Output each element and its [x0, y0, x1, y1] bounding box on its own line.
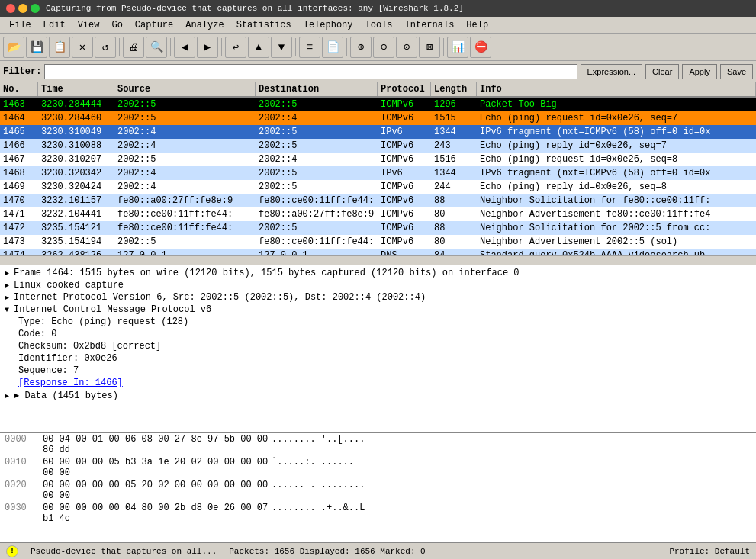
- menu-item-tools[interactable]: Tools: [359, 18, 399, 32]
- toolbar-btn-print[interactable]: 🖨: [123, 37, 144, 58]
- packet-cell-no: 1463: [0, 98, 38, 111]
- toolbar-btn-next[interactable]: ▶: [197, 37, 218, 58]
- hex-pane: 000000 04 00 01 00 06 08 00 27 8e 97 5b …: [0, 433, 756, 542]
- toolbar-btn-prev[interactable]: ◀: [174, 37, 195, 58]
- hex-row: 003000 00 00 00 00 04 80 00 2b d8 0e 26 …: [0, 502, 756, 525]
- detail-data-row[interactable]: ▶ Data (1451 bytes): [0, 389, 756, 402]
- table-row[interactable]: 14643230.2844602002::52002::4ICMPv61515E…: [0, 111, 756, 125]
- toolbar-btn-scroll-down[interactable]: ▼: [271, 37, 292, 58]
- packet-cell-src: 2002::4: [114, 139, 256, 153]
- table-row[interactable]: 14663230.3100882002::42002::5ICMPv6243Ec…: [0, 139, 756, 153]
- toolbar-btn-zoom-in[interactable]: ⊕: [350, 37, 372, 58]
- expression-button[interactable]: Expression...: [581, 64, 643, 79]
- toolbar-btn-go-back[interactable]: ↩: [225, 37, 246, 58]
- toolbar-btn-find[interactable]: 🔍: [146, 37, 167, 58]
- packet-cell-time: 3232.104441: [38, 207, 114, 221]
- toolbar-btn-restart-capture[interactable]: ↺: [95, 37, 116, 58]
- packet-cell-no: 1471: [0, 207, 38, 221]
- toolbar-btn-normal-size[interactable]: ⊙: [396, 37, 417, 58]
- packet-cell-proto: IPv6: [378, 125, 431, 139]
- packet-list-header: No. Time Source Destination Protocol Len…: [0, 82, 756, 98]
- menu-item-statistics[interactable]: Statistics: [230, 18, 298, 32]
- toolbar-btn-resize-cols[interactable]: ⊠: [419, 37, 440, 58]
- packet-cell-info: Standard query 0x524b AAAA videosearch.u…: [477, 249, 756, 255]
- hex-row: 000000 04 00 01 00 06 08 00 27 8e 97 5b …: [0, 433, 756, 456]
- table-row[interactable]: 14733235.1541942002::5fe80::ce00:11ff:fe…: [0, 235, 756, 249]
- hex-row: 001060 00 00 00 05 b3 3a 1e 20 02 00 00 …: [0, 456, 756, 479]
- toolbar-btn-coloring-rules[interactable]: 📄: [322, 37, 343, 58]
- hex-offset: 0020: [5, 480, 43, 501]
- toolbar-separator: [170, 38, 171, 56]
- minimize-button[interactable]: [18, 4, 27, 13]
- menu-item-help[interactable]: Help: [460, 18, 494, 32]
- hex-bytes: 00 00 00 00 00 04 80 00 2b d8 0e 26 00 0…: [43, 503, 272, 524]
- table-row[interactable]: 14703232.101157fe80::a00:27ff:fe8e:9fe80…: [0, 194, 756, 207]
- table-row[interactable]: 14723235.154121fe80::ce00:11ff:fe44:2002…: [0, 221, 756, 235]
- toolbar-separator: [119, 38, 120, 56]
- detail-normal-row: Code: 0: [0, 328, 756, 340]
- packet-cell-src: 2002::4: [114, 166, 256, 180]
- toolbar-btn-close-file[interactable]: 📋: [49, 37, 70, 58]
- menu-item-internals[interactable]: Internals: [399, 18, 461, 32]
- packet-cell-no: 1464: [0, 111, 38, 125]
- packet-cell-no: 1474: [0, 249, 38, 255]
- toolbar-btn-capture-interfaces[interactable]: 📊: [447, 37, 468, 58]
- maximize-button[interactable]: [31, 4, 40, 13]
- status-device: Pseudo-device that captures on all...: [31, 547, 217, 556]
- menu-item-analyze[interactable]: Analyze: [179, 18, 230, 32]
- menu-item-telephony[interactable]: Telephony: [298, 18, 359, 32]
- packet-cell-proto: ICMPv6: [378, 153, 431, 166]
- table-row[interactable]: 14673230.3102072002::52002::4ICMPv61516E…: [0, 153, 756, 166]
- toolbar-separator: [443, 38, 444, 56]
- menu-item-go[interactable]: Go: [105, 18, 128, 32]
- detail-expandable-row[interactable]: Internet Protocol Version 6, Src: 2002::…: [0, 291, 756, 304]
- filter-input[interactable]: [44, 64, 577, 79]
- detail-expandable-row[interactable]: Linux cooked capture: [0, 279, 756, 291]
- menu-item-view[interactable]: View: [72, 18, 106, 32]
- packet-cell-info: Neighbor Solicitation for 2002::5 from c…: [477, 221, 756, 235]
- col-header-no: No.: [0, 82, 38, 96]
- packet-cell-src: 2002::5: [114, 153, 256, 166]
- status-packets: Packets: 1656 Displayed: 1656 Marked: 0: [229, 547, 425, 556]
- packet-cell-dst: 2002::5: [256, 166, 378, 180]
- packet-cell-proto: ICMPv6: [378, 235, 431, 249]
- toolbar-btn-save[interactable]: 💾: [26, 37, 47, 58]
- packet-cell-info: Neighbor Solicitation for fe80::ce00:11f…: [477, 194, 756, 207]
- table-row[interactable]: 14693230.3204242002::42002::5ICMPv6244Ec…: [0, 180, 756, 194]
- hex-ascii: ...... . ........: [272, 480, 365, 501]
- table-row[interactable]: 14633230.2844442002::52002::5ICMPv61296P…: [0, 98, 756, 111]
- menu-item-edit[interactable]: Edit: [37, 18, 72, 32]
- menu-item-file[interactable]: File: [3, 18, 37, 32]
- detail-expandable-row[interactable]: Frame 1464: 1515 bytes on wire (12120 bi…: [0, 267, 756, 279]
- response-link[interactable]: [Response In: 1466]: [18, 377, 123, 388]
- save-button[interactable]: Save: [720, 64, 753, 79]
- packet-cell-proto: DNS: [378, 249, 431, 255]
- table-row[interactable]: 14653230.3100492002::42002::5IPv61344IPv…: [0, 125, 756, 139]
- toolbar-separator: [346, 38, 347, 56]
- menu-item-capture[interactable]: Capture: [129, 18, 179, 32]
- packet-cell-proto: ICMPv6: [378, 180, 431, 194]
- packet-cell-src: 127.0.0.1: [114, 249, 256, 255]
- close-button[interactable]: [6, 4, 15, 13]
- clear-button[interactable]: Clear: [645, 64, 679, 79]
- packet-cell-no: 1470: [0, 194, 38, 207]
- detail-normal-row: Identifier: 0x0e26: [0, 352, 756, 365]
- detail-expanded-row[interactable]: Internet Control Message Protocol v6: [0, 304, 756, 316]
- hex-offset: 0030: [5, 503, 43, 524]
- packet-cell-time: 3230.320342: [38, 166, 114, 180]
- toolbar-btn-scroll-up[interactable]: ▲: [248, 37, 269, 58]
- packet-cell-info: IPv6 fragment (nxt=ICMPv6 (58) off=0 id=…: [477, 166, 756, 180]
- packet-cell-proto: ICMPv6: [378, 139, 431, 153]
- table-row[interactable]: 14683230.3203422002::42002::5IPv61344IPv…: [0, 166, 756, 180]
- toolbar-btn-zoom-out[interactable]: ⊖: [373, 37, 394, 58]
- toolbar-btn-stop-btn[interactable]: ⛔: [470, 37, 491, 58]
- table-row[interactable]: 14713232.104441fe80::ce00:11ff:fe44:fe80…: [0, 207, 756, 221]
- packet-cell-time: 3235.154121: [38, 221, 114, 235]
- horizontal-scrollbar[interactable]: [0, 255, 756, 265]
- toolbar-btn-open[interactable]: 📂: [3, 37, 24, 58]
- table-row[interactable]: 14743262.438126127.0.0.1127.0.0.1DNS84St…: [0, 249, 756, 255]
- apply-button[interactable]: Apply: [682, 64, 717, 79]
- toolbar-btn-stop-capture[interactable]: ✕: [72, 37, 93, 58]
- toolbar-btn-colorize[interactable]: ≡: [299, 37, 320, 58]
- packet-cell-info: Neighbor Advertisement fe80::ce00:11ff:f…: [477, 207, 756, 221]
